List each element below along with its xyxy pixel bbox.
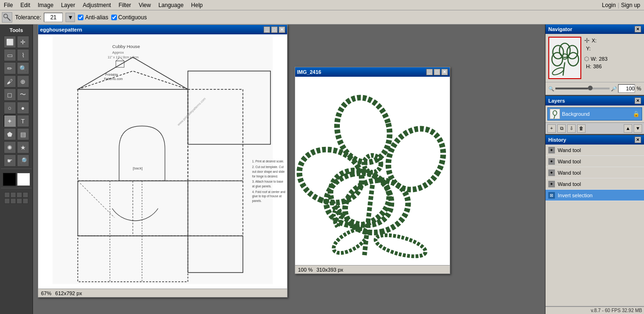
pencil-tool[interactable]: ✏ xyxy=(4,62,16,74)
clone-tool[interactable]: ⊕ xyxy=(17,75,29,88)
contiguous-check[interactable]: Contiguous xyxy=(111,14,147,21)
navigator-content: ✛ X: ​ Y: ⬡ W: 283 ​ H: 38 xyxy=(545,34,644,82)
minimize-button[interactable]: _ xyxy=(264,26,270,33)
layers-panel: Layers ✕ Background 🔒 + xyxy=(545,96,644,134)
history-panel: History ✕ ✦ Wand tool ✦ Wand tool ✦ Wand… xyxy=(545,135,644,306)
svg-line-2 xyxy=(4,14,4,15)
layers-close[interactable]: ✕ xyxy=(635,97,641,104)
text-tool[interactable]: T xyxy=(17,115,29,127)
layer-up-button[interactable]: ▲ xyxy=(624,124,632,133)
delete-layer-button[interactable]: 🗑 xyxy=(577,124,586,133)
history-label-2: Wand tool xyxy=(558,170,581,176)
tolerance-input[interactable] xyxy=(44,13,63,22)
svg-text:glue to top of house at: glue to top of house at xyxy=(252,194,282,198)
eyedrop-tool[interactable]: 🔍 xyxy=(17,62,29,74)
eraser-tool[interactable]: ◻ xyxy=(4,89,16,101)
move-tool[interactable]: ✛ xyxy=(17,36,29,48)
menu-layer[interactable]: Layer xyxy=(57,1,79,9)
history-item-2[interactable]: ✦ Wand tool xyxy=(545,167,644,178)
brush-2[interactable] xyxy=(10,192,16,198)
zoom-in-icon[interactable]: 🔎 xyxy=(611,86,617,91)
img2416-size: 310x393 px xyxy=(316,267,343,273)
svg-text:for hinge is desired.: for hinge is desired. xyxy=(252,175,278,178)
menu-image[interactable]: Image xyxy=(34,1,57,9)
tools-title: Tools xyxy=(1,26,32,35)
zoom-input[interactable] xyxy=(618,84,635,93)
history-icon-4: ⊠ xyxy=(548,192,555,199)
paintbrush-tool[interactable]: 🖌 xyxy=(4,75,16,88)
foreground-color[interactable] xyxy=(3,173,16,186)
wand-select[interactable]: ✦ xyxy=(4,115,16,127)
canvas-area: egghousepattern _ □ ✕ Cubby House Approx… xyxy=(33,24,545,314)
color-boxes xyxy=(3,173,30,186)
menu-adjustment[interactable]: Adjustment xyxy=(79,1,115,9)
dodge-tool[interactable]: ○ xyxy=(4,102,16,114)
nav-x-label: X: xyxy=(592,38,596,43)
navigator-title: Navigator xyxy=(548,26,572,32)
img-minimize-button[interactable]: _ xyxy=(426,69,433,75)
menu-view[interactable]: View xyxy=(135,1,155,9)
lock-icon: 🔒 xyxy=(633,111,640,117)
close-button[interactable]: ✕ xyxy=(279,26,285,33)
signup-link[interactable]: Sign up xyxy=(621,2,640,8)
login-link[interactable]: Login xyxy=(602,2,616,8)
lasso-tool[interactable]: ⌇ xyxy=(17,49,29,61)
shape-tool[interactable]: ★ xyxy=(17,141,29,153)
layer-thumbnail xyxy=(550,109,560,119)
brush-8[interactable] xyxy=(23,198,28,204)
rect-select[interactable]: ▭ xyxy=(4,49,16,61)
history-item-4[interactable]: ⊠ Invert selection xyxy=(545,190,644,201)
history-header: History ✕ xyxy=(545,135,644,145)
brush-4[interactable] xyxy=(23,192,28,198)
burn-tool[interactable]: ● xyxy=(17,102,29,114)
merge-layer-button[interactable]: ⇩ xyxy=(567,124,576,133)
img2416-canvas[interactable] xyxy=(295,77,450,265)
maximize-button[interactable]: □ xyxy=(271,26,278,33)
smudge-tool[interactable]: 〜 xyxy=(17,89,29,101)
svg-text:out door shape and slide: out door shape and slide xyxy=(252,170,285,174)
path-tool[interactable]: ✺ xyxy=(4,141,16,153)
duplicate-layer-button[interactable]: ⧉ xyxy=(557,124,566,133)
gradient-tool[interactable]: ▤ xyxy=(17,128,29,140)
brush-1[interactable] xyxy=(4,192,10,198)
brush-7[interactable] xyxy=(17,198,22,204)
img2416-zoom: 100 % xyxy=(298,267,313,273)
navigator-info: ✛ X: ​ Y: ⬡ W: 283 ​ H: 38 xyxy=(584,37,608,69)
history-item-0[interactable]: ✦ Wand tool xyxy=(545,145,644,156)
fill-tool[interactable]: ⬟ xyxy=(4,128,16,140)
svg-line-0 xyxy=(7,17,10,21)
menu-filter[interactable]: Filter xyxy=(115,1,135,9)
brush-3[interactable] xyxy=(17,192,22,198)
menu-file[interactable]: File xyxy=(0,1,17,9)
history-list: ✦ Wand tool ✦ Wand tool ✦ Wand tool ✦ Wa… xyxy=(545,145,644,201)
egghouse-zoom: 67% xyxy=(41,290,51,296)
zoom-tool[interactable]: 🔎 xyxy=(17,154,29,167)
tolerance-dropdown[interactable]: ▼ xyxy=(66,13,75,22)
menu-help[interactable]: Help xyxy=(187,1,206,9)
history-icon-3: ✦ xyxy=(548,181,555,187)
wand-tool-icon xyxy=(2,12,12,23)
history-item-1[interactable]: ✦ Wand tool xyxy=(545,156,644,167)
menu-language[interactable]: Language xyxy=(155,1,187,9)
history-close[interactable]: ✕ xyxy=(635,137,641,143)
egghouse-canvas[interactable]: Cubby House Approx 11" x 11" / 8cm x 8cm… xyxy=(38,34,287,289)
navigator-thumbnail[interactable] xyxy=(548,37,581,79)
history-item-3[interactable]: ✦ Wand tool xyxy=(545,178,644,190)
background-color[interactable] xyxy=(17,173,30,186)
zoom-out-icon[interactable]: 🔍 xyxy=(548,86,554,91)
img-close-button[interactable]: ✕ xyxy=(441,69,448,75)
layer-background[interactable]: Background 🔒 xyxy=(547,107,642,121)
img-maximize-button[interactable]: □ xyxy=(434,69,440,75)
layer-down-button[interactable]: ▼ xyxy=(634,124,642,133)
hand-tool[interactable]: ☛ xyxy=(4,154,16,167)
tools-panel: Tools ⬜ ✛ ▭ ⌇ ✏ 🔍 🖌 ⊕ ◻ 〜 ○ ● ✦ T ⬟ ▤ xyxy=(0,24,33,314)
selection-tool[interactable]: ⬜ xyxy=(4,36,16,48)
window-img2416-title: IMG_2416 _ □ ✕ xyxy=(295,67,450,77)
zoom-slider[interactable] xyxy=(555,88,610,89)
new-layer-button[interactable]: + xyxy=(547,124,556,133)
menu-edit[interactable]: Edit xyxy=(17,1,34,9)
antialias-check[interactable]: Anti-alias xyxy=(78,14,108,21)
brush-6[interactable] xyxy=(10,198,16,204)
brush-5[interactable] xyxy=(4,198,10,204)
navigator-close[interactable]: ✕ xyxy=(635,26,641,32)
